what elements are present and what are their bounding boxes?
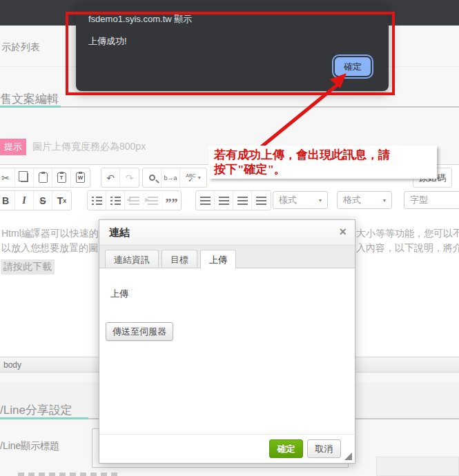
toolbar-clipboard-group: ✂ T W	[0, 168, 90, 188]
annotation-line1: 若有成功上傳，會出現此訊息，請	[214, 148, 431, 162]
spellcheck-icon[interactable]: ABC ✓ ▾	[180, 168, 206, 187]
bold-icon[interactable]: B	[0, 191, 15, 210]
link-dialog: 連結 × 連結資訊 目標 上傳 上傳 傳送至伺服器 確定 取消	[99, 219, 355, 464]
tab-target[interactable]: 目標	[162, 250, 197, 268]
section-underline	[0, 106, 459, 108]
dialog-header: 連結 ×	[99, 220, 355, 246]
toolbar-undo-group: ↶ ↷	[101, 168, 139, 188]
copy-icon[interactable]	[15, 168, 34, 187]
format-dropdown[interactable]: 格式 ▾	[337, 191, 392, 209]
resize-handle[interactable]	[344, 453, 352, 460]
upload-field-label: 上傳	[110, 288, 128, 300]
justify-icon[interactable]	[252, 191, 271, 210]
bullet-list-icon[interactable]	[106, 191, 125, 210]
indent-icon[interactable]: ▶	[144, 191, 162, 210]
search-icon[interactable]	[143, 168, 162, 187]
share-title-label: /Line顯示標題	[0, 440, 59, 453]
toolbar-find-group: b→a ABC ✓ ▾	[142, 168, 207, 188]
clipped-text-row	[18, 473, 121, 476]
paste-as-text-icon[interactable]: T	[52, 168, 71, 187]
dialog-ok-button[interactable]: 確定	[269, 439, 303, 458]
redo-icon[interactable]: ↷	[120, 168, 139, 187]
dialog-tabs: 連結資訊 目標 上傳	[99, 246, 355, 268]
outdent-icon[interactable]: ◀	[125, 191, 144, 210]
align-right-icon[interactable]	[233, 191, 252, 210]
send-to-server-button[interactable]: 傳送至伺服器	[106, 322, 173, 341]
dialog-title: 連結	[109, 226, 130, 239]
tab-link-info[interactable]: 連結資訊	[105, 250, 159, 268]
hint-text: 圖片上傳寬度務必為800px	[32, 141, 146, 153]
download-link[interactable]: 請按此下載	[1, 259, 55, 275]
remove-format-icon[interactable]: Tx	[52, 191, 71, 210]
section-title-copy-edit: 售文案編輯	[0, 91, 59, 107]
numbered-list-icon[interactable]	[88, 191, 106, 210]
italic-icon[interactable]: I	[15, 191, 34, 210]
align-left-icon[interactable]	[196, 191, 215, 210]
style-dropdown[interactable]: 樣式 ▾	[273, 191, 328, 209]
chevron-down-icon: ▾	[319, 197, 322, 204]
paste-icon[interactable]	[34, 168, 52, 187]
close-icon[interactable]: ×	[339, 225, 346, 239]
undo-icon[interactable]: ↶	[101, 168, 120, 187]
paste-from-word-icon[interactable]: W	[71, 168, 90, 187]
blockquote-icon[interactable]: ””	[162, 191, 181, 210]
editor-text-line2: 以放入您想要放置的圖	[1, 242, 98, 255]
font-dropdown[interactable]: 字型	[404, 191, 459, 209]
screenshot-stage: 示於列表 售文案編輯 提示 圖片上傳寬度務必為800px ✂ T W ↶ ↷ b…	[0, 0, 459, 476]
path-element[interactable]: body	[3, 360, 21, 370]
bottom-field	[376, 457, 459, 476]
annotation-callout: 若有成功上傳，會出現此訊息，請 按下"確定"。	[208, 146, 437, 179]
toolbar-basicstyles-group: B I S Tx	[0, 190, 72, 210]
dialog-footer: 確定 取消	[99, 434, 355, 463]
editor-text-line1: Html編譯器可以快速的	[1, 228, 99, 240]
align-center-icon[interactable]	[215, 191, 233, 210]
hint-badge: 提示	[0, 139, 26, 155]
dialog-cancel-button[interactable]: 取消	[307, 439, 341, 458]
section-title-share: /Line分享設定	[0, 402, 72, 418]
chevron-down-icon: ▾	[198, 175, 201, 181]
dialog-body: 上傳 傳送至伺服器	[99, 268, 355, 434]
toolbar-align-group	[195, 190, 271, 210]
section-accent	[0, 106, 61, 108]
replace-icon[interactable]: b→a	[162, 168, 180, 187]
toolbar-list-group: ◀ ▶ ””	[87, 190, 182, 210]
chevron-down-icon: ▾	[383, 197, 386, 204]
cut-icon[interactable]: ✂	[0, 168, 15, 187]
strikethrough-icon[interactable]: S	[34, 191, 52, 210]
editor-text-line2-right: 入內容，以下說明，將介紹	[356, 242, 459, 255]
section-accent	[0, 417, 88, 419]
tab-upload[interactable]: 上傳	[200, 250, 236, 268]
list-display-label: 示於列表	[1, 41, 40, 54]
annotation-line2: 按下"確定"。	[214, 162, 431, 177]
editor-text-line1-right: 大小等等功能，您可以不用	[356, 228, 459, 240]
